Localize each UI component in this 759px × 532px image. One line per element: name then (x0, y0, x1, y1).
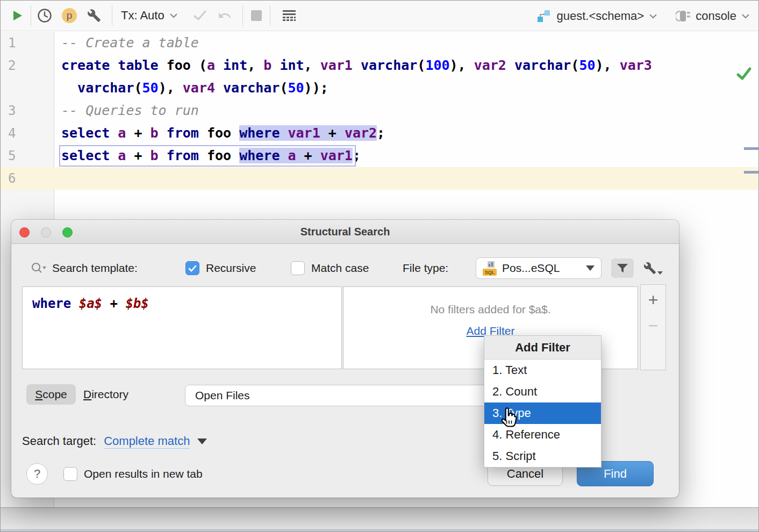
output-toggle-button[interactable] (279, 5, 299, 26)
profile-icon: p (62, 8, 77, 23)
dialog-title: Structural Search (300, 226, 390, 238)
rollback-button[interactable] (214, 5, 235, 26)
chevron-down-icon (741, 13, 750, 19)
query-history-button[interactable] (34, 5, 55, 26)
window-bottom-edge (1, 507, 759, 532)
output-grid-icon (281, 8, 297, 23)
tools-menu-button[interactable] (643, 262, 663, 275)
code-line-6-current: 6 (1, 167, 759, 190)
code-text: -- Queries to run (54, 103, 199, 118)
open-results-checkbox[interactable] (63, 467, 77, 481)
code-text: select a + b from foo where var1 + var2; (54, 125, 385, 141)
help-button[interactable]: ? (26, 463, 48, 485)
tx-mode-label: Tx: Auto (121, 9, 164, 23)
code-text: select a + b from foo where a + var1; (54, 148, 361, 163)
tx-mode-selector[interactable]: Tx: Auto (116, 9, 183, 23)
stop-button[interactable] (246, 5, 267, 26)
clock-icon (37, 8, 52, 23)
directory-mnemonic: D (83, 388, 91, 400)
tab-scope[interactable]: Scope (26, 384, 76, 405)
no-filters-text: No filters added for $a$. (343, 303, 638, 316)
match-case-label: Match case (311, 262, 369, 275)
menu-item-count[interactable]: 2. Count (484, 381, 601, 402)
line-number: 1 (1, 32, 54, 54)
template-text: where $a$ + $b$ (23, 287, 341, 311)
schema-label: guest.<schema> (556, 9, 644, 23)
recursive-label: Recursive (206, 262, 256, 275)
find-label: Find (604, 467, 627, 481)
inspection-ok-icon[interactable] (736, 66, 752, 82)
main-toolbar: p Tx: Auto (1, 1, 759, 31)
remove-filter-button[interactable]: − (641, 315, 665, 336)
line-number: 2 (1, 54, 54, 77)
dropdown-arrow-icon (657, 271, 663, 275)
directory-label: irectory (91, 388, 128, 400)
scope-label: cope (42, 388, 67, 400)
commit-button[interactable] (190, 5, 210, 26)
chevron-down-icon (169, 13, 178, 18)
toolbar-right-group: guest.<schema> console (536, 1, 750, 31)
file-type-selector[interactable]: SQL Pos...eSQL (476, 257, 602, 279)
play-icon (11, 9, 24, 22)
file-type-value: Pos...eSQL (502, 262, 581, 275)
wrench-icon (643, 262, 656, 275)
dropdown-arrow-icon (197, 438, 207, 444)
code-line-2-wrap: varchar(50), var4 varchar(50)); (1, 77, 759, 99)
error-stripe-match-mark[interactable] (744, 147, 758, 150)
menu-item-script[interactable]: 5. Script (484, 445, 601, 467)
match-case-checkbox[interactable] (291, 261, 305, 275)
search-history-icon[interactable] (31, 262, 47, 275)
search-template-editor[interactable]: where $a$ + $b$ (22, 286, 342, 369)
line-number: 5 (1, 145, 54, 167)
code-text: varchar(50), var4 varchar(50)); (54, 80, 328, 96)
search-target-label: Search target: (22, 434, 96, 448)
code-line-4: 4select a + b from foo where var1 + var2… (1, 122, 759, 145)
commit-check-icon (193, 9, 207, 22)
stop-icon (251, 10, 262, 21)
check-icon (188, 265, 197, 272)
chevron-down-icon (649, 13, 657, 19)
error-stripe-match-mark[interactable] (744, 171, 758, 174)
line-number: 3 (1, 99, 54, 122)
settings-wrench-button[interactable] (84, 5, 104, 26)
sql-file-icon: SQL (483, 261, 497, 276)
toolbar-separator (270, 5, 270, 26)
code-text: -- Create a table (54, 35, 199, 51)
schema-selector[interactable]: guest.<schema> (536, 9, 657, 24)
menu-item-type[interactable]: 3. Type (484, 402, 601, 424)
console-icon (676, 9, 691, 24)
toolbar-separator (112, 5, 112, 26)
code-text (54, 170, 61, 186)
code-line-5: 5select a + b from foo where a + var1; (1, 145, 759, 167)
search-options-row: Search template: Recursive Match case Fi… (11, 257, 679, 279)
dialog-titlebar[interactable]: Structural Search (11, 220, 679, 244)
funnel-icon (617, 263, 628, 274)
line-number: 4 (1, 122, 54, 145)
file-type-label: File type: (403, 262, 448, 275)
recursive-checkbox[interactable] (185, 261, 199, 275)
code-line-2: 2create table foo (a int, b int, var1 va… (1, 54, 759, 77)
dropdown-arrow-icon (586, 265, 595, 271)
tab-directory[interactable]: Directory (83, 384, 128, 405)
session-profile-button[interactable]: p (59, 5, 80, 26)
undo-icon (218, 9, 232, 23)
close-window-button[interactable] (19, 227, 30, 238)
code-text: create table foo (a int, b int, var1 var… (54, 57, 652, 73)
console-selector[interactable]: console (676, 9, 750, 24)
bottom-strip (1, 529, 759, 532)
run-button[interactable] (7, 5, 27, 26)
open-results-label: Open results in new tab (84, 467, 203, 481)
toolbar-separator (242, 5, 243, 26)
search-target-selector[interactable]: Complete match (104, 434, 190, 449)
toolbar-separator (31, 5, 31, 26)
help-label: ? (34, 467, 40, 481)
filter-toggle-button[interactable] (611, 258, 634, 278)
sql-badge-label: SQL (483, 269, 497, 276)
menu-item-text[interactable]: 1. Text (484, 360, 601, 381)
scope-mnemonic: S (35, 388, 42, 400)
add-filter-button[interactable]: + (641, 285, 665, 315)
menu-item-reference[interactable]: 4. Reference (484, 424, 601, 445)
minimize-window-button[interactable] (41, 227, 51, 238)
wrench-icon (87, 9, 101, 23)
zoom-window-button[interactable] (62, 227, 73, 238)
